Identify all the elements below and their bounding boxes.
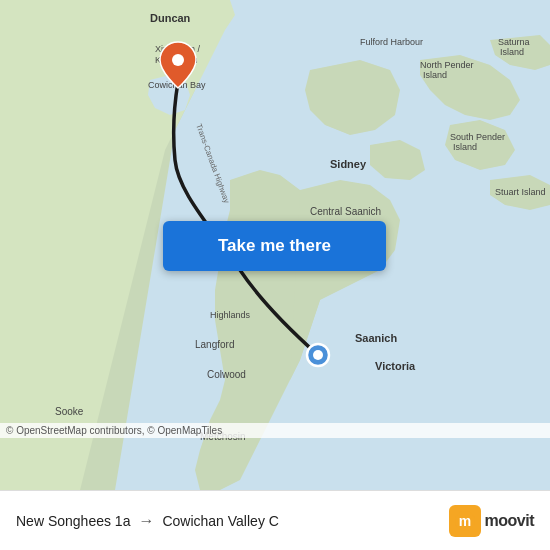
arrow-icon: →: [138, 512, 154, 530]
svg-text:Central Saanich: Central Saanich: [310, 206, 381, 217]
svg-text:Island: Island: [423, 70, 447, 80]
svg-text:Stuart Island: Stuart Island: [495, 187, 546, 197]
svg-text:Sooke: Sooke: [55, 406, 84, 417]
svg-text:Saanich: Saanich: [355, 332, 397, 344]
svg-text:North Pender: North Pender: [420, 60, 474, 70]
origin-label: New Songhees 1a: [16, 513, 130, 529]
footer: New Songhees 1a → Cowichan Valley C m mo…: [0, 490, 550, 550]
route-info: New Songhees 1a → Cowichan Valley C: [16, 512, 279, 530]
svg-point-23: [172, 54, 184, 66]
svg-text:Victoria: Victoria: [375, 360, 416, 372]
map-container: Duncan Xinupsum / Khenipsen Cowichan Bay…: [0, 0, 550, 490]
svg-text:Colwood: Colwood: [207, 369, 246, 380]
svg-text:Island: Island: [453, 142, 477, 152]
svg-text:Saturna: Saturna: [498, 37, 530, 47]
svg-text:Island: Island: [500, 47, 524, 57]
svg-text:Duncan: Duncan: [150, 12, 191, 24]
svg-text:Fulford Harbour: Fulford Harbour: [360, 37, 423, 47]
destination-label: Cowichan Valley C: [162, 513, 278, 529]
moovit-logo: m moovit: [449, 505, 534, 537]
moovit-icon: m: [449, 505, 481, 537]
svg-text:m: m: [458, 513, 470, 529]
svg-text:Sidney: Sidney: [330, 158, 367, 170]
svg-text:Langford: Langford: [195, 339, 234, 350]
svg-point-25: [313, 350, 323, 360]
svg-text:South Pender: South Pender: [450, 132, 505, 142]
map-attribution: © OpenStreetMap contributors, © OpenMapT…: [0, 423, 550, 438]
moovit-text: moovit: [485, 512, 534, 530]
take-me-there-button[interactable]: Take me there: [163, 221, 386, 271]
svg-text:Highlands: Highlands: [210, 310, 251, 320]
